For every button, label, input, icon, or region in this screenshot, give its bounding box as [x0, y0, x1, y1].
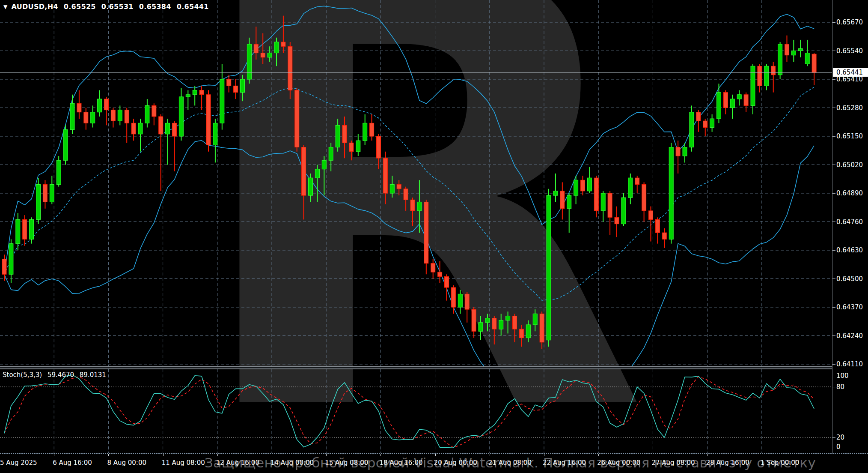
price-axis-label: 0.64110	[836, 360, 863, 368]
candle	[30, 219, 34, 239]
candle	[254, 44, 258, 53]
price-axis-tick	[832, 250, 835, 251]
candle	[302, 147, 306, 196]
candle	[485, 318, 490, 323]
candle	[601, 193, 605, 211]
candle	[655, 219, 660, 233]
candle	[118, 110, 122, 121]
time-axis-label: 6 Aug 16:00	[53, 459, 92, 467]
candle	[628, 178, 633, 198]
candle	[247, 44, 251, 79]
candle	[213, 123, 217, 145]
candle	[764, 66, 769, 86]
candle	[274, 42, 279, 53]
candle	[241, 79, 245, 93]
candle	[179, 97, 183, 136]
candle	[785, 44, 789, 55]
price-axis-label: 0.65020	[836, 161, 863, 169]
candle	[342, 125, 347, 143]
candle	[36, 185, 41, 220]
candle	[472, 309, 476, 331]
stoch-axis-tick	[832, 387, 835, 387]
candle	[751, 66, 755, 105]
candle	[758, 66, 762, 86]
stoch-axis-label: 20	[836, 434, 844, 441]
stochastic-pane[interactable]	[0, 369, 832, 454]
price-axis-label: 0.64760	[836, 218, 863, 226]
price-axis[interactable]: 0.65441 0.656700.655400.654100.652800.65…	[832, 0, 868, 473]
price-axis-tick	[832, 51, 835, 51]
watermark-caption: Защищено пробной версией Visual Watermar…	[205, 455, 816, 470]
candles-group	[2, 16, 816, 349]
candle	[737, 95, 741, 99]
open-value: 0.65525	[64, 3, 96, 11]
candle	[390, 185, 394, 193]
low-value: 0.65384	[139, 3, 171, 11]
candle	[492, 318, 496, 329]
candle	[9, 244, 13, 275]
candle	[431, 263, 435, 272]
candle	[397, 185, 401, 189]
price-axis-label: 0.65280	[836, 104, 863, 112]
candle	[70, 103, 74, 129]
time-axis-label: 11 Aug 08:00	[162, 459, 205, 467]
candle	[615, 217, 619, 224]
candle	[104, 99, 109, 110]
price-axis-label: 0.64890	[836, 189, 863, 197]
candle	[805, 53, 809, 64]
symbol-timeframe-label: AUDUSD,H4	[12, 3, 58, 11]
stoch-axis-label: 100	[836, 372, 849, 380]
close-value: 0.65441	[177, 3, 209, 11]
candle	[315, 169, 319, 178]
candle	[336, 125, 340, 147]
candle	[662, 233, 666, 239]
candle	[23, 219, 27, 239]
pane-resize-handle[interactable]	[0, 366, 868, 369]
stoch-axis-tick	[832, 447, 835, 447]
candle	[138, 123, 143, 134]
candle	[84, 112, 88, 123]
stoch-axis-tick	[832, 376, 835, 376]
candle	[234, 86, 238, 92]
price-axis-tick	[832, 22, 835, 23]
price-axis-tick	[832, 193, 835, 194]
candle	[567, 195, 571, 209]
candle	[2, 259, 6, 274]
stoch-axis-label: 80	[836, 383, 844, 391]
stoch-axis-label: 0	[836, 443, 841, 451]
price-axis-tick	[832, 307, 835, 308]
price-axis-tick	[832, 79, 835, 80]
candle	[812, 54, 816, 72]
stochastic-d-value: 89.0131	[80, 371, 106, 379]
candle	[206, 95, 211, 145]
candle	[574, 180, 578, 195]
candle	[594, 178, 598, 211]
candle	[268, 53, 272, 57]
candle	[370, 123, 374, 136]
candle	[261, 53, 265, 57]
candle	[703, 121, 707, 127]
main-chart-pane[interactable]	[0, 0, 832, 366]
price-axis-tick	[832, 222, 835, 222]
candle	[227, 79, 231, 86]
candle	[159, 117, 163, 134]
stoch-axis-tick	[832, 437, 835, 438]
candle	[513, 316, 517, 329]
symbol-dropdown-icon[interactable]: ▼	[3, 4, 8, 10]
candle	[533, 314, 537, 325]
candle	[363, 123, 367, 141]
candle	[717, 93, 721, 119]
chart-title: ▼ AUDUSD,H4 0.65525 0.65531 0.65384 0.65…	[3, 3, 209, 11]
candle	[131, 123, 136, 134]
candle	[635, 178, 639, 184]
candle	[683, 147, 687, 156]
price-axis-label: 0.64240	[836, 332, 863, 340]
price-axis-label: 0.65150	[836, 132, 863, 140]
candle	[63, 130, 68, 161]
candle	[642, 185, 646, 211]
candle	[696, 112, 701, 121]
candle	[417, 202, 422, 210]
candle	[519, 329, 523, 338]
candle	[172, 123, 177, 136]
candle	[309, 178, 313, 195]
